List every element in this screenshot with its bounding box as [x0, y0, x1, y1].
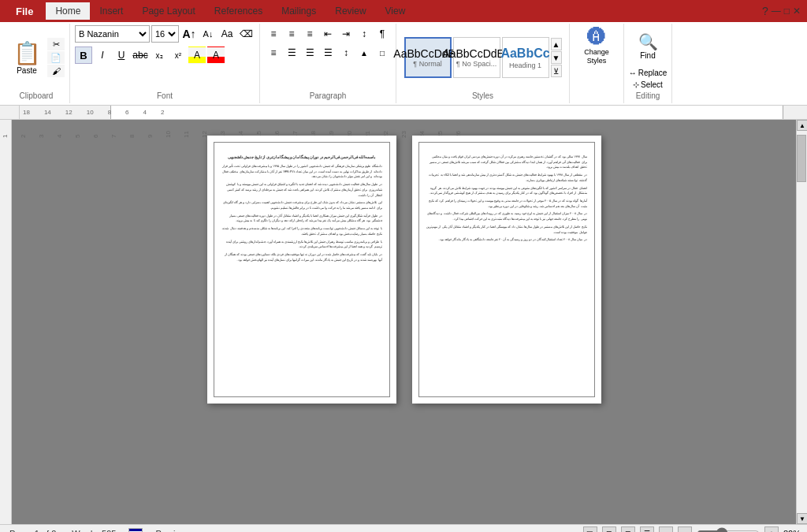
- align-left-button[interactable]: ≡: [265, 44, 282, 61]
- style-normal-label: ¶ Normal: [413, 60, 441, 68]
- increase-indent-button[interactable]: ⇥: [337, 25, 355, 43]
- bullets-button[interactable]: ≡: [265, 25, 282, 43]
- paste-icon: 📋: [13, 40, 41, 66]
- style-no-spacing-label: ¶ No Spaci...: [456, 60, 496, 68]
- document-scroll-area[interactable]: باسمه‌الله فی‌الرحمن فی‌الرحیم در دوران …: [12, 120, 796, 524]
- horizontal-ruler: 181412108642: [20, 106, 807, 120]
- style-heading1-preview: AaBbCc: [500, 46, 549, 61]
- scrollbar-thumb[interactable]: [797, 135, 806, 182]
- font-name-select[interactable]: B Nazanin: [75, 25, 150, 43]
- styles-group-label: Styles: [472, 90, 493, 102]
- scrollbar-down-button[interactable]: ▼: [797, 513, 807, 524]
- tab-home[interactable]: Home: [46, 2, 90, 20]
- select-icon: ⊹: [633, 80, 639, 89]
- words-count: 595: [102, 529, 116, 533]
- underline-button[interactable]: U: [113, 47, 130, 64]
- tab-view[interactable]: View: [376, 2, 415, 20]
- scrollbar-track[interactable]: [797, 131, 807, 513]
- font-shrink-button[interactable]: A↓: [199, 25, 217, 43]
- file-tab[interactable]: File: [6, 2, 43, 20]
- bold-button[interactable]: B: [75, 47, 92, 64]
- styles-group: AaBbCcDdEe ¶ Normal AaBbCcDdEe ¶ No Spac…: [396, 24, 570, 103]
- zoom-slider[interactable]: [697, 529, 760, 533]
- multilevel-button[interactable]: ≡: [301, 25, 318, 43]
- change-styles-label: ChangeStyles: [584, 48, 609, 65]
- ruler-corner: [0, 106, 20, 120]
- decrease-indent-button[interactable]: ⇤: [319, 25, 337, 43]
- change-styles-group: 🅐 ChangeStyles: [570, 24, 624, 103]
- document-area: 1234567891011121314151617181920212223242…: [0, 120, 807, 524]
- scrollbar-up-button[interactable]: ▲: [797, 120, 807, 131]
- cut-button[interactable]: ✂: [47, 38, 65, 50]
- sort-button[interactable]: ↕: [355, 25, 373, 43]
- subscript-button[interactable]: x₂: [151, 47, 168, 64]
- styles-scroll-buttons: ▲ ▼ ⊻: [551, 38, 562, 77]
- select-label: Select: [641, 80, 663, 89]
- draft-view-button[interactable]: ≡: [659, 526, 673, 533]
- replace-label: Replace: [638, 69, 668, 77]
- replace-button[interactable]: ↔ Replace: [629, 68, 667, 78]
- paste-button[interactable]: 📋 Paste: [8, 37, 46, 78]
- paste-label: Paste: [17, 66, 37, 75]
- shading-button[interactable]: ▲: [355, 44, 373, 61]
- status-right: ▤ ⊞ ⊡ ☰ ≡ − + 80%: [583, 526, 801, 533]
- tab-review[interactable]: Review: [325, 2, 375, 20]
- font-grow-button[interactable]: A↑: [180, 25, 198, 43]
- vertical-ruler: 1234567891011121314151617181920212223242…: [0, 120, 12, 524]
- styles-scroll-up[interactable]: ▲: [551, 38, 562, 50]
- style-heading1[interactable]: AaBbCc Heading 1: [502, 37, 549, 78]
- borders-button[interactable]: □: [374, 44, 391, 61]
- editing-group: 🔍 Find ↔ Replace ⊹ Select Editing: [624, 24, 672, 103]
- page-2: سال ۱۹۹۷ سالی بود که در گفتمان نخستین جل…: [412, 136, 601, 404]
- outline-view-button[interactable]: ☰: [640, 526, 654, 533]
- tab-mailings[interactable]: Mailings: [272, 2, 325, 20]
- strikethrough-button[interactable]: abc: [132, 47, 149, 64]
- ruler-container: 181412108642: [0, 106, 807, 120]
- clipboard-label: Clipboard: [20, 90, 54, 102]
- align-center-button[interactable]: ☰: [283, 44, 300, 61]
- tab-insert[interactable]: Insert: [90, 2, 132, 20]
- superscript-button[interactable]: x²: [169, 47, 187, 64]
- zoom-in-button[interactable]: +: [764, 526, 779, 533]
- page-info: Page: 1 of 2: [6, 529, 59, 533]
- clear-formatting-button[interactable]: ⌫: [237, 25, 255, 43]
- align-right-button[interactable]: ☰: [301, 44, 318, 61]
- tab-references[interactable]: References: [205, 2, 272, 20]
- styles-gallery: AaBbCcDdEe ¶ Normal AaBbCcDdEe ¶ No Spac…: [404, 37, 562, 78]
- web-view-button[interactable]: ⊡: [621, 526, 635, 533]
- ribbon: 📋 Paste ✂ 📄 🖌 Clipboard B Nazanin 16: [0, 22, 807, 106]
- highlight-button[interactable]: A: [188, 47, 206, 64]
- title-bar: File Home Insert Page Layout References …: [0, 0, 807, 22]
- paragraph-group-label: Paragraph: [310, 90, 347, 102]
- tab-page-layout[interactable]: Page Layout: [132, 2, 204, 20]
- page-1: باسمه‌الله فی‌الرحمن فی‌الرحیم در دوران …: [207, 136, 396, 404]
- styles-scroll-down[interactable]: ▼: [551, 51, 562, 64]
- language-label: Persian: [152, 529, 188, 533]
- font-color-button[interactable]: A: [207, 47, 225, 64]
- line-spacing-button[interactable]: ↕: [337, 44, 355, 61]
- select-button[interactable]: ⊹ Select: [629, 80, 667, 90]
- clipboard-small-buttons: ✂ 📄 🖌: [47, 38, 65, 77]
- font-group: B Nazanin 16 A↑ A↓ Aa ⌫ B I U abc x₂ x² …: [70, 24, 260, 103]
- words-info: Words: 595: [69, 529, 119, 533]
- justify-button[interactable]: ☰: [319, 44, 337, 61]
- status-bar: Page: 1 of 2 Words: 595 Persian ▤ ⊞ ⊡ ☰ …: [0, 524, 807, 532]
- numbering-button[interactable]: ≡: [283, 25, 300, 43]
- vertical-scrollbar: ▲ ▼: [796, 120, 807, 524]
- styles-more[interactable]: ⊻: [551, 65, 562, 77]
- change-styles-button[interactable]: 🅐 ChangeStyles: [575, 25, 619, 66]
- fullscreen-view-button[interactable]: ⊞: [602, 526, 616, 533]
- show-marks-button[interactable]: ¶: [374, 25, 391, 43]
- words-label: Words:: [72, 529, 99, 533]
- print-view-button[interactable]: ▤: [583, 526, 597, 533]
- find-button[interactable]: 🔍 Find: [629, 25, 667, 66]
- page-1-border: [214, 142, 390, 397]
- format-painter-button[interactable]: 🖌: [47, 65, 65, 77]
- zoom-out-button[interactable]: −: [678, 526, 692, 533]
- page-2-border: [418, 142, 595, 397]
- italic-button[interactable]: I: [94, 47, 111, 64]
- style-no-spacing[interactable]: AaBbCcDdEe ¶ No Spaci...: [453, 37, 500, 78]
- copy-button[interactable]: 📄: [47, 51, 65, 64]
- font-size-select[interactable]: 16: [151, 25, 179, 43]
- font-clear-button[interactable]: Aa: [218, 25, 236, 43]
